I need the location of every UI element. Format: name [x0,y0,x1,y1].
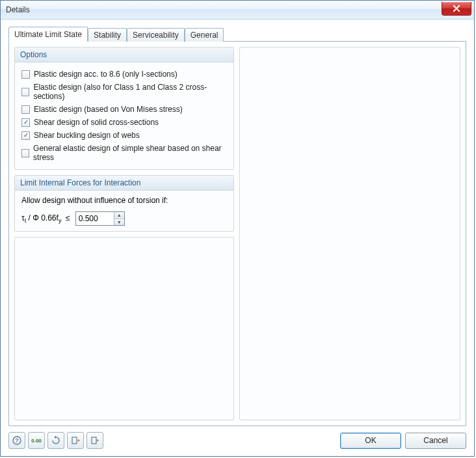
cancel-button[interactable]: Cancel [405,433,466,449]
checkbox-shear-buckling[interactable] [21,131,30,140]
options-header: Options [15,47,233,62]
svg-text:?: ? [15,437,19,444]
export-button[interactable] [86,432,103,449]
limit-formula: τt / Φ 0.66fy ≤ [21,213,70,224]
checkbox-label: General elastic design of simple shear b… [33,144,227,162]
option-row: Shear design of solid cross-sections [21,116,227,129]
reset-icon [51,436,60,445]
checkbox-label: Elastic design (based on Von Mises stres… [34,105,183,114]
checkbox-label: Shear design of solid cross-sections [34,118,159,127]
limit-header: Limit Internal Forces for Interaction [15,176,233,191]
units-button[interactable]: 0.00 [28,432,45,449]
dialog-window: Details Ultimate Limit State Stability S… [0,0,475,457]
tabstrip: Ultimate Limit State Stability Serviceab… [8,27,466,41]
close-icon [453,5,460,12]
option-row: Elastic design (also for Class 1 and Cla… [21,81,227,103]
tab-page: Options Plastic design acc. to 8.6 (only… [8,41,466,426]
svg-rect-2 [72,437,77,444]
close-button[interactable] [442,2,471,16]
spinner-up[interactable]: ▲ [114,212,124,219]
limit-body: Allow design without influence of torsio… [15,191,233,231]
tab-serviceability[interactable]: Serviceability [127,28,185,42]
option-row: General elastic design of simple shear b… [21,142,227,164]
footer: ? 0.00 OK Cancel [8,430,466,451]
limit-caption: Allow design without influence of torsio… [21,196,227,205]
option-row: Shear buckling design of webs [21,129,227,142]
checkbox-general-elastic-shear[interactable] [21,149,29,157]
checkbox-elastic-design-class12[interactable] [21,88,29,96]
svg-rect-3 [92,437,96,444]
tab-general[interactable]: General [185,28,224,42]
units-icon: 0.00 [31,438,42,444]
right-panel [239,47,460,420]
tab-stability[interactable]: Stability [88,28,127,42]
checkbox-label: Shear buckling design of webs [34,131,140,140]
spinner-down[interactable]: ▼ [114,219,124,226]
option-row: Elastic design (based on Von Mises stres… [21,103,227,116]
checkbox-elastic-von-mises[interactable] [21,105,30,114]
options-body: Plastic design acc. to 8.6 (only I-secti… [15,62,233,169]
options-group: Options Plastic design acc. to 8.6 (only… [14,47,234,170]
left-column: Options Plastic design acc. to 8.6 (only… [14,47,234,420]
import-icon [71,436,80,445]
checkbox-label: Plastic design acc. to 8.6 (only I-secti… [34,70,178,79]
limit-spinner: ▲ ▼ [75,211,125,226]
ok-button[interactable]: OK [340,433,401,449]
limit-group: Limit Internal Forces for Interaction Al… [14,175,234,232]
titlebar: Details [1,1,474,20]
export-icon [90,436,99,445]
reset-button[interactable] [47,432,64,449]
help-icon: ? [12,436,21,445]
help-button[interactable]: ? [8,432,25,449]
checkbox-label: Elastic design (also for Class 1 and Cla… [33,83,227,101]
client-area: Ultimate Limit State Stability Serviceab… [1,20,474,456]
tab-ultimate-limit-state[interactable]: Ultimate Limit State [8,27,88,42]
limit-value-input[interactable] [76,212,114,225]
import-button[interactable] [67,432,84,449]
checkbox-plastic-design[interactable] [21,70,30,79]
limit-row: τt / Φ 0.66fy ≤ ▲ ▼ [21,211,227,226]
window-title: Details [1,5,30,14]
option-row: Plastic design acc. to 8.6 (only I-secti… [21,68,227,81]
left-filler-panel [14,237,234,420]
checkbox-shear-solid[interactable] [21,118,30,127]
spinner-buttons: ▲ ▼ [114,212,124,225]
